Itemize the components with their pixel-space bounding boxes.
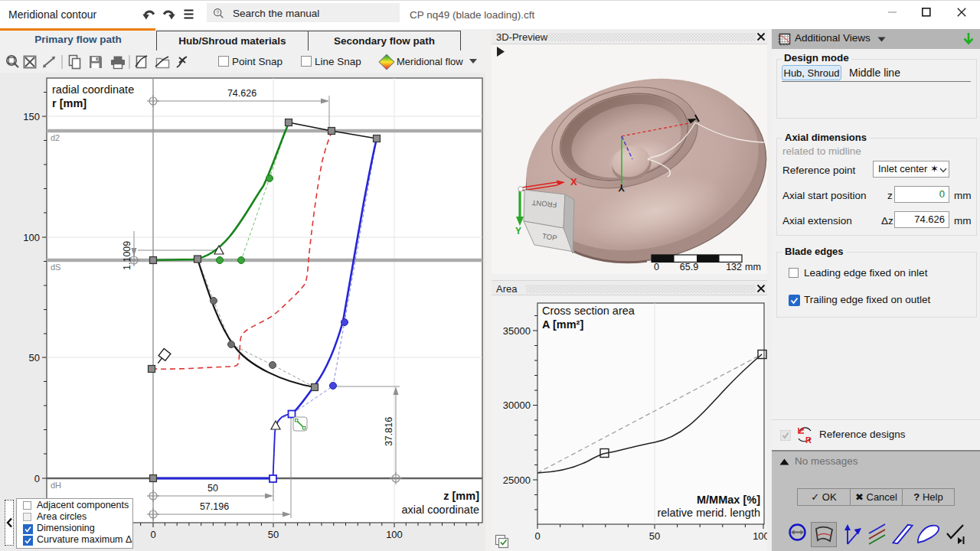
svg-text:0: 0 [534,530,540,542]
svg-text:radial coordinate: radial coordinate [52,83,134,96]
svg-text:r [mm]: r [mm] [52,97,87,109]
svg-text:dH: dH [51,481,61,490]
svg-text:100: 100 [23,232,40,243]
svg-text:0: 0 [654,262,659,272]
svg-text:X: X [570,176,577,187]
svg-text:35000: 35000 [503,325,531,337]
svg-text:37.816: 37.816 [384,417,394,446]
svg-text:axial coordinate: axial coordinate [401,504,479,516]
svg-text:132: 132 [726,262,742,272]
svg-text:1.1009: 1.1009 [122,241,132,270]
svg-text:30000: 30000 [503,399,531,411]
svg-text:50: 50 [207,483,218,494]
svg-text:50: 50 [29,352,40,364]
svg-text:74.626: 74.626 [227,88,256,99]
svg-text:0: 0 [34,473,40,484]
svg-text:25000: 25000 [503,474,531,486]
svg-text:⅄: ⅄ [618,183,625,194]
svg-text:100: 100 [386,529,403,540]
svg-text:150: 150 [23,111,40,122]
svg-text:57.196: 57.196 [200,501,229,512]
svg-text:M/MMax [%]: M/MMax [%] [697,494,760,506]
svg-text:65.9: 65.9 [680,262,698,272]
svg-text:0: 0 [150,529,155,540]
svg-text:mm: mm [745,262,761,272]
svg-text:relative merid. length: relative merid. length [657,507,760,519]
svg-text:50: 50 [268,529,279,540]
svg-text:R: R [805,435,812,445]
svg-text:d2: d2 [51,133,60,142]
svg-text:A [mm²]: A [mm²] [542,318,583,331]
svg-text:100: 100 [753,530,767,542]
svg-text:dS: dS [51,262,60,272]
svg-text:z [mm]: z [mm] [443,490,479,502]
svg-text:50: 50 [649,530,660,542]
svg-text:Y: Y [515,226,521,236]
svg-text:Cross section area: Cross section area [542,305,635,317]
svg-text:?: ? [216,10,219,15]
